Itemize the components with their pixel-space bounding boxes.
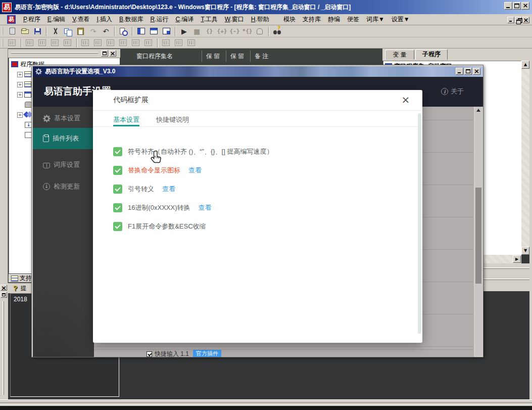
- tree-panel-close-button[interactable]: [109, 50, 116, 57]
- run-button[interactable]: ▶: [178, 26, 190, 36]
- sidebar-item-basic-settings[interactable]: 基本设置: [33, 109, 94, 127]
- cut-button[interactable]: [50, 26, 61, 36]
- menu-compile[interactable]: C.编译: [172, 14, 197, 25]
- same-width-button[interactable]: [105, 38, 117, 48]
- space-v-button[interactable]: [143, 38, 155, 48]
- tab-variables[interactable]: 变 量: [385, 50, 414, 60]
- toolbar-grip[interactable]: [2, 27, 4, 35]
- drag-gripper[interactable]: [3, 301, 4, 395]
- menu-program[interactable]: P.程序: [20, 14, 44, 25]
- open-file-button[interactable]: [19, 26, 31, 36]
- scroll-up-arrow[interactable]: ▲: [521, 61, 529, 69]
- dialog-minimize-button[interactable]: [456, 68, 463, 75]
- new-file-button[interactable]: [7, 26, 18, 36]
- mdi-close-button[interactable]: [522, 17, 529, 23]
- scrollbar-thumb[interactable]: [475, 188, 481, 284]
- close-button[interactable]: [521, 2, 529, 10]
- undo-button[interactable]: ↶: [100, 26, 112, 36]
- size-both-button[interactable]: [186, 38, 198, 48]
- step-out-button[interactable]: {-}: [229, 26, 240, 36]
- dialog-titlebar[interactable]: 易语言助手设置选项_V3.0: [33, 66, 483, 77]
- layout-right-button[interactable]: [161, 26, 172, 36]
- help-search-button[interactable]: [272, 26, 283, 36]
- space-h-button[interactable]: [130, 38, 142, 48]
- find-in-code-button[interactable]: [118, 26, 129, 36]
- center-h-button[interactable]: [80, 38, 91, 48]
- plugin-enabled-checkbox[interactable]: [147, 351, 152, 357]
- menu-support-lib[interactable]: 支持库: [299, 14, 324, 25]
- tab-subroutines[interactable]: 子程序: [415, 49, 448, 60]
- size-height-button[interactable]: [173, 38, 185, 48]
- minimize-button[interactable]: [504, 2, 512, 10]
- menu-database[interactable]: B.数据库: [116, 14, 147, 25]
- tip-close-button[interactable]: [1, 285, 7, 291]
- step-over-button[interactable]: {+}: [216, 26, 228, 36]
- scroll-down-arrow[interactable]: ▼: [521, 247, 529, 255]
- redo-button[interactable]: ↷: [87, 26, 99, 36]
- step-into-button[interactable]: {}: [204, 26, 215, 36]
- maximize-button[interactable]: [513, 2, 521, 10]
- menu-static-compile[interactable]: 静编: [324, 14, 344, 25]
- tree-panel-float-button[interactable]: [101, 50, 108, 57]
- center-v-button[interactable]: [92, 38, 104, 48]
- sidebar-item-check-update[interactable]: 检测更新: [33, 177, 94, 196]
- menu-module[interactable]: 模块: [280, 14, 299, 25]
- modal-tab-shortcut-help[interactable]: 快捷键说明: [156, 115, 189, 126]
- checkbox-checked[interactable]: [113, 185, 122, 194]
- modal-close-icon[interactable]: ×: [399, 93, 412, 106]
- menu-edit[interactable]: E.编辑: [44, 14, 69, 25]
- align-right-button[interactable]: [37, 38, 49, 48]
- mdi-minimize-button[interactable]: [507, 17, 514, 23]
- save-button[interactable]: [32, 26, 43, 36]
- menu-help[interactable]: H.帮助: [248, 14, 273, 25]
- menu-notes[interactable]: 便签: [344, 14, 363, 25]
- checkbox-checked[interactable]: [113, 147, 122, 156]
- layout-top-button[interactable]: [148, 26, 160, 36]
- view-link[interactable]: 查看: [188, 166, 202, 175]
- expander-icon[interactable]: +: [17, 92, 23, 98]
- align-left-button[interactable]: [24, 38, 36, 48]
- modal-tab-basic-settings[interactable]: 基本设置: [113, 115, 139, 126]
- menu-settings[interactable]: 设置▼: [388, 14, 413, 25]
- dialog-maximize-button[interactable]: [464, 68, 472, 75]
- menu-window[interactable]: W.窗口: [221, 14, 248, 25]
- align-bottom-button[interactable]: [62, 38, 74, 48]
- sidebar-item-plugin-list[interactable]: 插件列表: [33, 128, 94, 149]
- size-width-button[interactable]: [161, 38, 172, 48]
- menu-view[interactable]: V.查看: [69, 14, 93, 25]
- menu-run[interactable]: R.运行: [147, 14, 172, 25]
- expander-icon[interactable]: +: [17, 72, 23, 77]
- same-height-button[interactable]: [118, 38, 129, 48]
- scroll-right-arrow[interactable]: ▶: [513, 255, 521, 263]
- drag-gripper[interactable]: [11, 52, 98, 54]
- checkbox-checked[interactable]: [113, 166, 122, 175]
- expander-icon[interactable]: +: [17, 112, 23, 118]
- right-vertical-scrollbar[interactable]: ▲ ▼: [521, 61, 529, 255]
- pause-button[interactable]: [254, 26, 266, 36]
- align-top-button[interactable]: [50, 38, 61, 48]
- tree-panel-header[interactable]: [8, 49, 120, 58]
- layout-left-button[interactable]: [135, 26, 147, 36]
- paste-button[interactable]: [75, 26, 86, 36]
- menu-tools[interactable]: T.工具: [198, 14, 221, 25]
- dialog-scrollbar[interactable]: [475, 107, 482, 356]
- mdi-restore-button[interactable]: [515, 17, 522, 23]
- dialog-close-button[interactable]: [473, 68, 480, 75]
- form-grid-button[interactable]: [7, 38, 18, 48]
- scroll-up-arrow[interactable]: [476, 109, 480, 112]
- tip-float-button[interactable]: [1, 292, 7, 298]
- checkbox-checked[interactable]: [113, 222, 122, 231]
- run-to-cursor-button[interactable]: *{}: [241, 26, 253, 36]
- expander-icon[interactable]: +: [17, 82, 23, 87]
- menu-insert[interactable]: I.插入: [93, 14, 116, 25]
- about-button[interactable]: i 关于: [441, 87, 464, 96]
- checkbox-checked[interactable]: [113, 203, 122, 212]
- stop-button[interactable]: ■: [191, 26, 203, 36]
- menu-lexicon[interactable]: 词库▼: [363, 14, 388, 25]
- sidebar-item-lexicon-settings[interactable]: 词库设置: [33, 156, 94, 174]
- view-link[interactable]: 查看: [199, 203, 212, 212]
- toolbar-grip[interactable]: [2, 39, 4, 47]
- view-link[interactable]: 查看: [162, 185, 175, 194]
- copy-button[interactable]: [62, 26, 74, 36]
- modal-scrollbar[interactable]: [418, 113, 421, 334]
